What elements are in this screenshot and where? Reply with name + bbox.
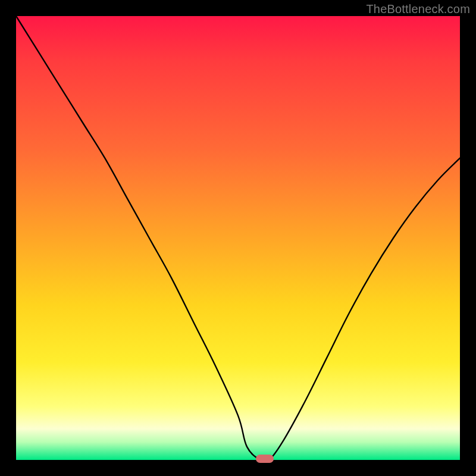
bottleneck-curve [0, 0, 476, 476]
optimal-point-marker [256, 455, 274, 463]
chart-frame: TheBottleneck.com [0, 0, 476, 476]
